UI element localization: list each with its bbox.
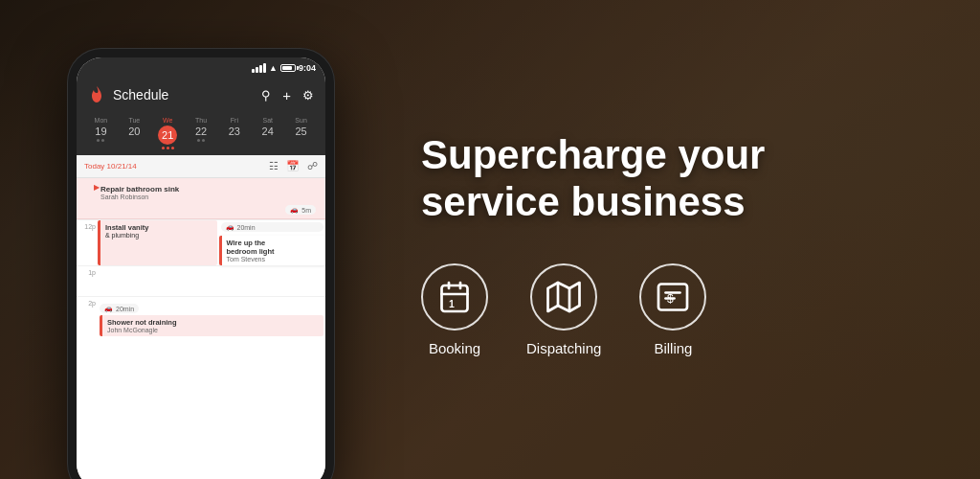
schedule-view-icons: ☷ 📅 ☍: [269, 160, 318, 172]
status-icons: ▲ 9:04: [252, 63, 316, 73]
feature-booking: 1 Booking: [421, 263, 488, 356]
time-slot-1p: 1p: [77, 265, 325, 296]
travel-chip-3: 🚗 20min: [100, 304, 139, 313]
time-slot-12p: 12p Install vanity & plumbing: [77, 219, 325, 265]
cal-day-sat[interactable]: Sat 24: [251, 117, 284, 149]
cal-day-fri[interactable]: Fri 23: [217, 117, 251, 149]
grid-view-icon[interactable]: ☷: [269, 160, 278, 172]
phone-screen: ▲ 9:04 Sche: [77, 57, 325, 479]
main-content: ▲ 9:04 Sche: [0, 0, 980, 479]
feature-billing: $ Billing: [639, 263, 706, 356]
add-icon[interactable]: +: [282, 87, 291, 103]
status-bar: ▲ 9:04: [77, 57, 325, 79]
svg-marker-5: [548, 283, 580, 311]
cal-day-thu[interactable]: Thu 22: [185, 117, 218, 149]
schedule-subheader: Today 10/21/14 ☷ 📅 ☍: [77, 155, 325, 178]
job-card-3[interactable]: Wire up the bedroom light Tom Stevens: [219, 236, 326, 265]
signal-icon: [252, 63, 266, 73]
job-card-2[interactable]: Install vanity & plumbing: [98, 220, 217, 265]
headline-line1: Supercharge your: [421, 132, 765, 177]
app-header: Schedule ⚲ + ⚙: [77, 79, 325, 111]
cal-day-sun[interactable]: Sun 25: [284, 117, 318, 149]
car-icon-2: 🚗: [226, 223, 234, 231]
map-icon: [546, 280, 581, 314]
svg-rect-0: [442, 285, 468, 311]
calendar-icon: 1: [437, 280, 472, 314]
schedule-date: Today 10/21/14: [84, 162, 269, 171]
svg-text:1: 1: [449, 297, 455, 308]
phone-area: ▲ 9:04 Sche: [0, 0, 402, 479]
time-slot-2p: 2p 🚗 20min Shower not draining John McGo…: [77, 296, 325, 336]
calendar-week: Mon 19 Tue 20 We 21 Thu: [77, 111, 325, 155]
svg-text:$: $: [667, 292, 674, 306]
job-card-1[interactable]: Repair bathroom sink Sarah Robinson: [96, 182, 322, 203]
calendar-view-icon[interactable]: 📅: [286, 160, 300, 172]
app-title: Schedule: [113, 87, 254, 103]
right-area: Supercharge your service business 1 Book…: [402, 0, 980, 479]
job-card-4[interactable]: Shower not draining John McGonagle: [100, 315, 323, 336]
car-icon: 🚗: [290, 206, 299, 214]
schedule-body: ▶ Repair bathroom sink Sarah Robinson 🚗 …: [77, 178, 325, 479]
billing-icon: $: [656, 280, 690, 314]
booking-label: Booking: [429, 340, 480, 356]
billing-icon-circle: $: [639, 263, 706, 331]
travel-chip-2: 🚗 20min: [221, 222, 324, 232]
billing-label: Billing: [654, 340, 692, 356]
travel-chip-1: 🚗 5m: [285, 205, 316, 215]
active-job-indicator: ▶: [94, 183, 100, 192]
map-view-icon[interactable]: ☍: [307, 160, 318, 172]
status-time: 9:04: [299, 63, 316, 73]
feature-dispatching: Dispatching: [526, 263, 601, 356]
app-logo-icon: [88, 86, 105, 103]
cal-day-mon[interactable]: Mon 19: [84, 117, 118, 149]
cal-day-wed[interactable]: We 21: [151, 117, 185, 149]
dispatching-label: Dispatching: [526, 340, 601, 356]
booking-icon-circle: 1: [421, 263, 488, 331]
cal-day-tue[interactable]: Tue 20: [118, 117, 151, 149]
headline: Supercharge your service business: [421, 132, 932, 225]
phone-mockup: ▲ 9:04 Sche: [67, 48, 335, 479]
wifi-icon: ▲: [269, 63, 278, 73]
car-icon-3: 🚗: [104, 305, 113, 312]
features-row: 1 Booking Dispatching: [421, 263, 932, 356]
header-icons: ⚲ + ⚙: [261, 87, 314, 103]
settings-icon[interactable]: ⚙: [302, 88, 314, 103]
battery-icon: [280, 64, 296, 72]
search-icon[interactable]: ⚲: [261, 88, 271, 103]
dispatching-icon-circle: [530, 263, 597, 331]
headline-line2: service business: [421, 179, 746, 224]
